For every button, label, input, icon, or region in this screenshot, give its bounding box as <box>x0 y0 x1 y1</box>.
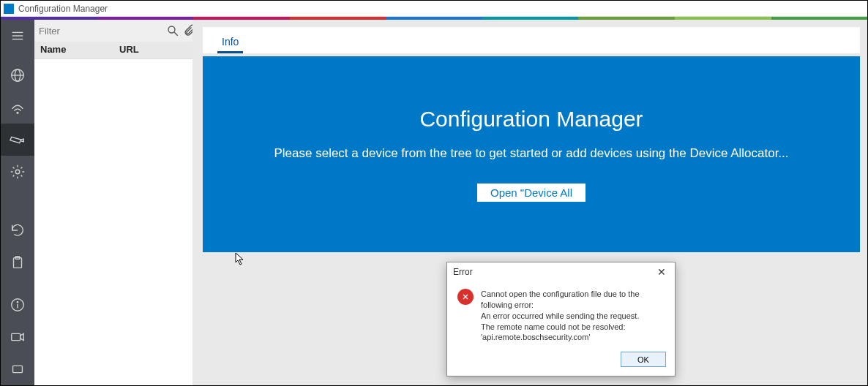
error-icon <box>457 289 474 305</box>
svg-rect-13 <box>12 333 20 340</box>
svg-line-17 <box>174 32 178 36</box>
tabstrip: Info <box>203 27 860 53</box>
dialog-line: Cannot open the configuration file due t… <box>481 289 665 311</box>
tree-header: Name URL <box>34 42 192 59</box>
dialog-line: 'api.remote.boschsecurity.com' <box>481 332 665 343</box>
tab-info[interactable]: Info <box>217 31 243 53</box>
open-device-allocator-button[interactable]: Open "Device All <box>477 183 585 202</box>
device-icon[interactable] <box>1 353 34 385</box>
dialog-message: Cannot open the configuration file due t… <box>481 289 665 343</box>
dialog-title: Error <box>453 267 473 277</box>
device-tree-panel: Name URL <box>34 20 192 385</box>
info-icon[interactable] <box>1 289 34 321</box>
dialog-titlebar[interactable]: Error ✕ <box>447 262 675 281</box>
svg-marker-14 <box>20 333 24 340</box>
dialog-line: The remote name could not be resolved: <box>481 322 665 333</box>
camera-icon[interactable] <box>1 124 34 156</box>
filter-input[interactable] <box>39 26 162 37</box>
error-dialog: Error ✕ Cannot open the configuration fi… <box>446 262 676 376</box>
dialog-line: An error occurred while sending the requ… <box>481 311 665 322</box>
nav-rail <box>1 20 34 385</box>
svg-point-6 <box>17 112 18 113</box>
welcome-title: Configuration Manager <box>419 107 643 132</box>
menu-icon[interactable] <box>1 20 34 52</box>
clipboard-icon[interactable] <box>1 246 34 279</box>
welcome-panel: Configuration Manager Please select a de… <box>203 56 860 252</box>
svg-rect-15 <box>13 366 23 372</box>
window-title: Configuration Manager <box>18 4 108 14</box>
refresh-icon[interactable] <box>1 214 34 246</box>
tree-column-url[interactable]: URL <box>113 42 192 58</box>
search-icon[interactable] <box>166 23 179 38</box>
app-icon <box>4 4 14 14</box>
network-icon[interactable] <box>1 59 34 91</box>
close-icon[interactable]: ✕ <box>654 265 669 279</box>
titlebar: Configuration Manager <box>1 1 867 17</box>
welcome-subtitle: Please select a device from the tree to … <box>274 145 788 162</box>
wifi-icon[interactable] <box>1 91 34 124</box>
svg-point-12 <box>17 302 18 303</box>
svg-point-16 <box>168 26 175 33</box>
tree-body <box>34 59 192 385</box>
ok-button[interactable]: OK <box>621 352 666 367</box>
tree-filter-row <box>34 20 192 42</box>
gear-icon[interactable] <box>1 156 34 188</box>
video-icon[interactable] <box>1 321 34 353</box>
svg-point-7 <box>15 170 20 174</box>
tree-column-name[interactable]: Name <box>34 42 113 58</box>
